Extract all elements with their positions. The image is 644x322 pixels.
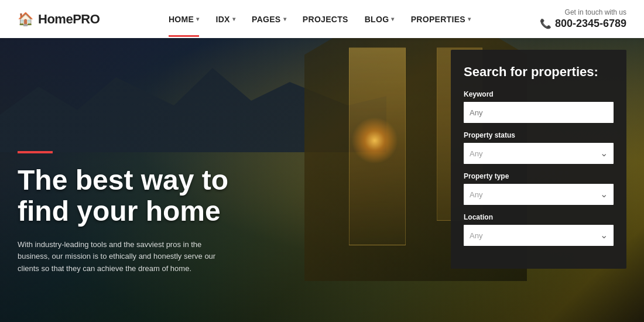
- phone-number: 800-2345-6789: [555, 18, 626, 30]
- chevron-down-icon: ▾: [468, 16, 471, 22]
- hero-text-block: The best way to find your home With indu…: [18, 151, 263, 275]
- hero-content: The best way to find your home With indu…: [0, 38, 644, 322]
- nav-item-projects: PROJECTS: [303, 15, 348, 24]
- contact-label: Get in touch with us: [565, 8, 626, 16]
- search-title: Search for properties:: [464, 64, 614, 80]
- nav-link-projects[interactable]: PROJECTS: [303, 15, 348, 24]
- nav-item-blog: BLOG ▾: [365, 15, 395, 24]
- nav-item-properties: PROPERTIES ▾: [411, 15, 471, 24]
- keyword-label: Keyword: [464, 90, 614, 98]
- location-select[interactable]: Any New York Los Angeles Chicago Houston: [464, 225, 614, 246]
- keyword-input[interactable]: [464, 102, 614, 123]
- hero-title: The best way to find your home: [18, 165, 263, 227]
- nav-link-blog[interactable]: BLOG ▾: [365, 15, 395, 24]
- phone-icon: 📞: [540, 18, 551, 29]
- nav-item-home: HOME ▾: [169, 15, 200, 24]
- property-type-select-wrapper: Any House Apartment Condo Villa: [464, 184, 614, 205]
- property-status-select-wrapper: Any For Sale For Rent Sold: [464, 143, 614, 164]
- location-group: Location Any New York Los Angeles Chicag…: [464, 213, 614, 246]
- nav-menu: HOME ▾ IDX ▾ PAGES ▾ PROJECTS BLOG ▾: [169, 15, 471, 24]
- chevron-down-icon: ▾: [283, 16, 286, 22]
- property-type-select[interactable]: Any House Apartment Condo Villa: [464, 184, 614, 205]
- chevron-down-icon: ▾: [232, 16, 235, 22]
- location-select-wrapper: Any New York Los Angeles Chicago Houston: [464, 225, 614, 246]
- nav-item-idx: IDX ▾: [215, 15, 235, 24]
- home-icon: 🏠: [18, 12, 33, 27]
- hero-accent-line: [18, 151, 53, 153]
- nav-link-properties[interactable]: PROPERTIES ▾: [411, 15, 471, 24]
- property-status-select[interactable]: Any For Sale For Rent Sold: [464, 143, 614, 164]
- property-type-group: Property type Any House Apartment Condo …: [464, 172, 614, 205]
- search-panel: Search for properties: Keyword Property …: [451, 50, 626, 269]
- hero-subtitle: With industry-leading tools and the savv…: [18, 239, 217, 275]
- navbar: 🏠 HomePRO HOME ▾ IDX ▾ PAGES ▾ PROJE: [0, 0, 644, 38]
- chevron-down-icon: ▾: [196, 16, 199, 22]
- keyword-group: Keyword: [464, 90, 614, 123]
- nav-item-pages: PAGES ▾: [252, 15, 286, 24]
- location-label: Location: [464, 213, 614, 221]
- property-type-label: Property type: [464, 172, 614, 180]
- logo[interactable]: 🏠 HomePRO: [18, 12, 100, 27]
- property-status-group: Property status Any For Sale For Rent So…: [464, 131, 614, 164]
- logo-text: HomePRO: [38, 12, 100, 27]
- chevron-down-icon: ▾: [391, 16, 394, 22]
- nav-link-pages[interactable]: PAGES ▾: [252, 15, 286, 24]
- contact-section: Get in touch with us 📞 800-2345-6789: [540, 8, 626, 30]
- nav-link-idx[interactable]: IDX ▾: [215, 15, 235, 24]
- property-status-label: Property status: [464, 131, 614, 139]
- nav-link-home[interactable]: HOME ▾: [169, 15, 200, 24]
- contact-phone: 📞 800-2345-6789: [540, 18, 626, 30]
